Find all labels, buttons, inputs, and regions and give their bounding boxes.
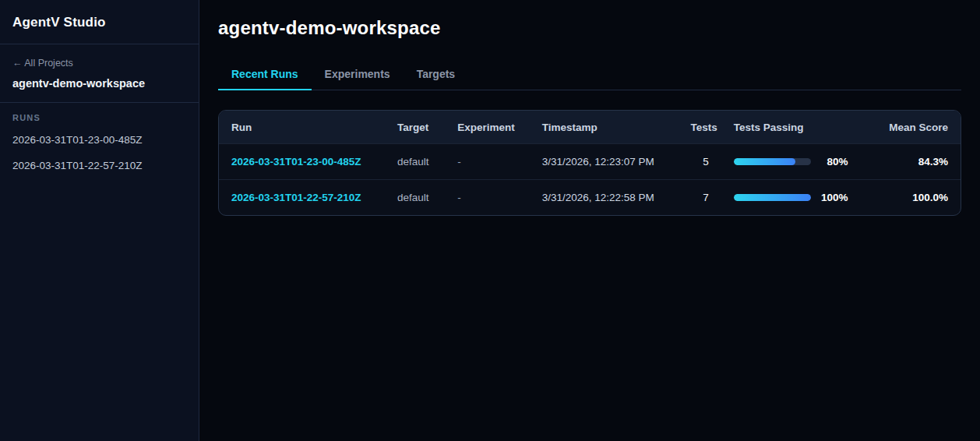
mean-score-cell: 100.0% xyxy=(860,180,961,216)
tab-experiments[interactable]: Experiments xyxy=(312,61,404,90)
progress-bar-fill xyxy=(734,194,811,201)
sidebar-runs-section: RUNS 2026-03-31T01-23-00-485Z 2026-03-31… xyxy=(0,103,199,189)
runs-table-card: Run Target Experiment Timestamp Tests Te… xyxy=(218,110,961,216)
column-header-run: Run xyxy=(219,111,385,144)
progress-bar-track xyxy=(734,194,811,201)
runs-table: Run Target Experiment Timestamp Tests Te… xyxy=(219,111,961,215)
progress-bar-fill xyxy=(734,158,795,165)
sidebar-header: AgentV Studio xyxy=(0,0,199,44)
tests-count-cell: 5 xyxy=(678,144,721,180)
sidebar-project-name: agentv-demo-workspace xyxy=(12,77,186,90)
sidebar-run-item[interactable]: 2026-03-31T01-23-00-485Z xyxy=(12,127,186,153)
tests-passing-percent: 100% xyxy=(815,192,848,203)
tests-passing-percent: 80% xyxy=(815,156,848,168)
page-title: agentv-demo-workspace xyxy=(218,17,961,39)
column-header-target: Target xyxy=(385,111,445,144)
tab-recent-runs[interactable]: Recent Runs xyxy=(218,61,312,90)
tests-passing-cell: 100% xyxy=(721,180,861,216)
tab-bar: Recent Runs Experiments Targets xyxy=(218,61,961,90)
timestamp-cell: 3/31/2026, 12:23:07 PM xyxy=(530,144,679,180)
tests-count-cell: 7 xyxy=(678,180,721,216)
target-cell: default xyxy=(385,144,445,180)
run-link[interactable]: 2026-03-31T01-22-57-210Z xyxy=(231,192,361,203)
column-header-mean-score: Mean Score xyxy=(860,111,961,144)
table-row: 2026-03-31T01-23-00-485Z default - 3/31/… xyxy=(219,144,961,180)
tab-targets[interactable]: Targets xyxy=(404,61,469,90)
progress-bar-track xyxy=(734,158,811,165)
column-header-experiment: Experiment xyxy=(445,111,529,144)
sidebar-project-section: ← All Projects agentv-demo-workspace xyxy=(0,44,199,103)
experiment-cell: - xyxy=(445,144,529,180)
tests-passing-cell: 80% xyxy=(721,144,861,180)
app-layout: AgentV Studio ← All Projects agentv-demo… xyxy=(0,0,980,441)
main-content: agentv-demo-workspace Recent Runs Experi… xyxy=(199,0,980,441)
column-header-tests: Tests xyxy=(678,111,721,144)
target-cell: default xyxy=(385,180,445,216)
runs-section-label: RUNS xyxy=(12,113,186,122)
app-title: AgentV Studio xyxy=(12,15,186,30)
table-header-row: Run Target Experiment Timestamp Tests Te… xyxy=(219,111,961,144)
column-header-tests-passing: Tests Passing xyxy=(721,111,861,144)
timestamp-cell: 3/31/2026, 12:22:58 PM xyxy=(530,180,679,216)
sidebar: AgentV Studio ← All Projects agentv-demo… xyxy=(0,0,199,441)
sidebar-run-item[interactable]: 2026-03-31T01-22-57-210Z xyxy=(12,153,186,178)
all-projects-back-link[interactable]: ← All Projects xyxy=(12,58,73,69)
column-header-timestamp: Timestamp xyxy=(530,111,679,144)
experiment-cell: - xyxy=(445,180,529,216)
mean-score-cell: 84.3% xyxy=(860,144,961,180)
table-row: 2026-03-31T01-22-57-210Z default - 3/31/… xyxy=(219,180,961,216)
run-link[interactable]: 2026-03-31T01-23-00-485Z xyxy=(231,156,361,168)
